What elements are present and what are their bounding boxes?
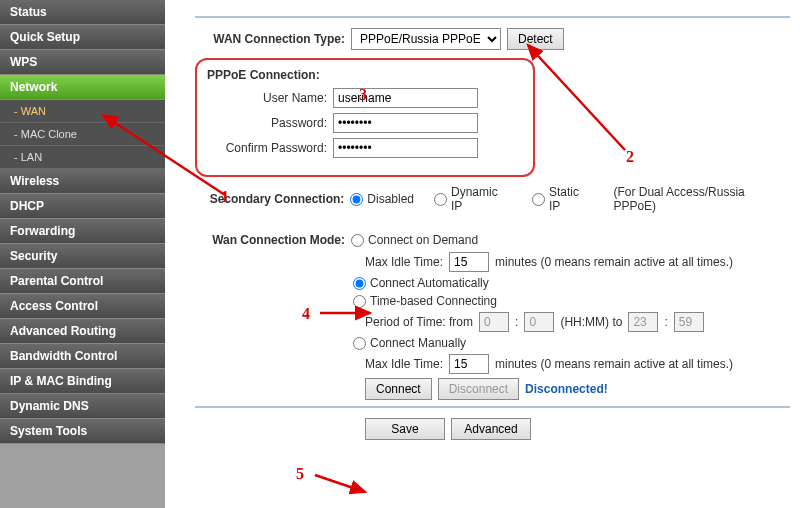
- secondary-disabled-radio[interactable]: [350, 193, 363, 206]
- pppoe-title: PPPoE Connection:: [207, 68, 523, 82]
- nav-item-10[interactable]: Security: [0, 244, 165, 269]
- wan-conn-type-select[interactable]: PPPoE/Russia PPPoE: [351, 28, 501, 50]
- nav-sub-6[interactable]: - LAN: [0, 146, 165, 169]
- secondary-dynamic-radio[interactable]: [434, 193, 447, 206]
- username-input[interactable]: [333, 88, 478, 108]
- nav-item-16[interactable]: Dynamic DNS: [0, 394, 165, 419]
- mode-manual-radio[interactable]: [353, 337, 366, 350]
- confirm-password-input[interactable]: [333, 138, 478, 158]
- connection-status: Disconnected!: [525, 382, 608, 396]
- nav-item-7[interactable]: Wireless: [0, 169, 165, 194]
- separator: [195, 16, 790, 18]
- nav-item-3[interactable]: Network: [0, 75, 165, 100]
- detect-button[interactable]: Detect: [507, 28, 564, 50]
- wan-mode-label: Wan Connection Mode:: [195, 233, 345, 247]
- nav-sub-5[interactable]: - MAC Clone: [0, 123, 165, 146]
- nav-item-14[interactable]: Bandwidth Control: [0, 344, 165, 369]
- mode-demand-radio[interactable]: [351, 234, 364, 247]
- secondary-conn-label: Secondary Connection:: [195, 192, 344, 206]
- idle-label-2: Max Idle Time:: [365, 357, 443, 371]
- separator-2: [195, 406, 790, 408]
- username-label: User Name:: [207, 91, 327, 105]
- nav-item-0[interactable]: Status: [0, 0, 165, 25]
- idle-note-2: minutes (0 means remain active at all ti…: [495, 357, 733, 371]
- period-from-m[interactable]: [524, 312, 554, 332]
- nav-item-2[interactable]: WPS: [0, 50, 165, 75]
- nav-item-15[interactable]: IP & MAC Binding: [0, 369, 165, 394]
- nav-item-8[interactable]: DHCP: [0, 194, 165, 219]
- connect-button[interactable]: Connect: [365, 378, 432, 400]
- password-label: Password:: [207, 116, 327, 130]
- sidebar: StatusQuick SetupWPSNetwork- WAN- MAC Cl…: [0, 0, 165, 508]
- nav-item-11[interactable]: Parental Control: [0, 269, 165, 294]
- nav-item-13[interactable]: Advanced Routing: [0, 319, 165, 344]
- password-input[interactable]: [333, 113, 478, 133]
- nav-sub-4[interactable]: - WAN: [0, 100, 165, 123]
- idle-input-1[interactable]: [449, 252, 489, 272]
- nav-item-1[interactable]: Quick Setup: [0, 25, 165, 50]
- period-to-h[interactable]: [628, 312, 658, 332]
- mode-time-radio[interactable]: [353, 295, 366, 308]
- confirm-password-label: Confirm Password:: [207, 141, 327, 155]
- idle-label: Max Idle Time:: [365, 255, 443, 269]
- nav-item-9[interactable]: Forwarding: [0, 219, 165, 244]
- wan-conn-type-label: WAN Connection Type:: [195, 32, 345, 46]
- disconnect-button[interactable]: Disconnect: [438, 378, 519, 400]
- mode-auto-radio[interactable]: [353, 277, 366, 290]
- secondary-note: (For Dual Access/Russia PPPoE): [613, 185, 790, 213]
- save-button[interactable]: Save: [365, 418, 445, 440]
- period-to-m[interactable]: [674, 312, 704, 332]
- period-label: Period of Time: from: [365, 315, 473, 329]
- nav-item-12[interactable]: Access Control: [0, 294, 165, 319]
- main-panel: WAN Connection Type: PPPoE/Russia PPPoE …: [165, 0, 800, 508]
- advanced-button[interactable]: Advanced: [451, 418, 531, 440]
- period-hhmm: (HH:MM) to: [560, 315, 622, 329]
- period-from-h[interactable]: [479, 312, 509, 332]
- secondary-static-radio[interactable]: [532, 193, 545, 206]
- nav-item-17[interactable]: System Tools: [0, 419, 165, 444]
- pppoe-fieldset: PPPoE Connection: User Name: Password: C…: [195, 58, 535, 177]
- idle-note-1: minutes (0 means remain active at all ti…: [495, 255, 733, 269]
- idle-input-2[interactable]: [449, 354, 489, 374]
